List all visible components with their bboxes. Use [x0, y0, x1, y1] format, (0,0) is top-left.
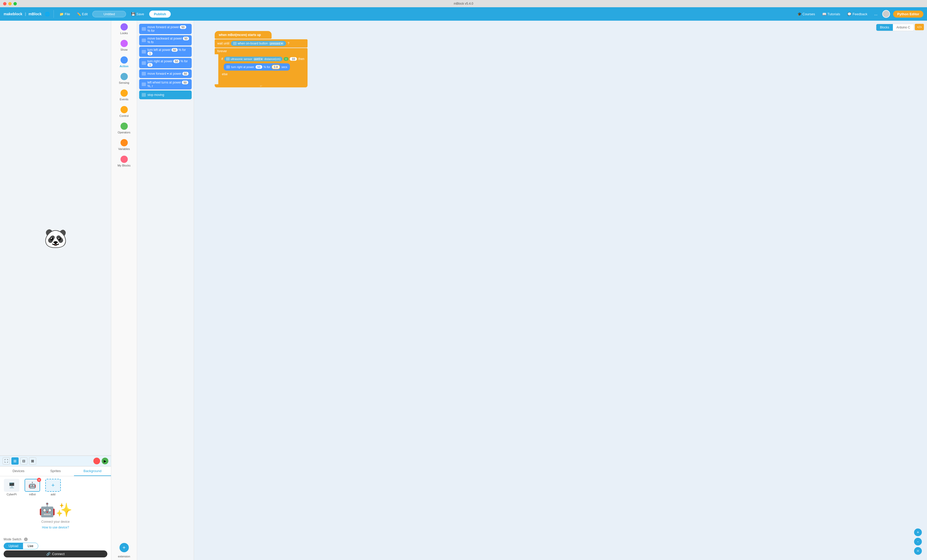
save-button[interactable]: 💾 Save — [129, 11, 147, 17]
category-events[interactable]: Events — [111, 87, 137, 103]
publish-button[interactable]: Publish — [149, 11, 171, 18]
link-icon: 🔗 — [46, 552, 50, 556]
python-editor-button[interactable]: Python Editor — [893, 11, 923, 18]
save-icon: 💾 — [131, 12, 135, 16]
block-move-backward[interactable]: move backward at power 50 % fo — [139, 35, 191, 46]
upload-mode-button[interactable]: Upload — [4, 543, 23, 549]
block-turn-right[interactable]: turn right at power 50 % for 1 — [139, 58, 191, 68]
project-title-input[interactable] — [92, 11, 126, 17]
stop-button[interactable] — [93, 458, 100, 464]
show-dot — [120, 40, 128, 47]
percent-label: % for — [264, 65, 270, 68]
minimize-button[interactable] — [8, 2, 12, 5]
stage-area: 🐼 — [0, 21, 111, 455]
variables-label: Variables — [118, 147, 130, 150]
forever-block-label: forever — [215, 48, 307, 54]
hat-label: when mBot(mcore) starts up — [219, 33, 261, 37]
zoom-out-button[interactable]: - — [914, 538, 922, 546]
when-onboard-label: when on-board button — [238, 42, 268, 45]
file-menu-button[interactable]: 📁 File — [58, 11, 72, 17]
tab-blocks[interactable]: Blocks — [876, 24, 893, 31]
logo-text: makeblock — [4, 12, 22, 16]
grid-view-4-button[interactable]: ⊠ — [29, 457, 36, 464]
category-sensing[interactable]: Sensing — [111, 70, 137, 87]
edit-menu-button[interactable]: ✏️ Edit — [75, 11, 90, 17]
sprite-item-cyberpi: 🖥️ CyberPi — [3, 479, 21, 496]
tab-devices[interactable]: Devices — [0, 466, 37, 476]
myblocks-dot — [120, 156, 128, 163]
go-button[interactable]: ▶ — [102, 458, 108, 464]
action-dot — [120, 56, 128, 64]
wait-until-block[interactable]: wait until when on-board button pressed … — [215, 39, 307, 47]
window-controls[interactable] — [3, 2, 17, 5]
cyberpi-label: CyberPi — [6, 493, 17, 496]
events-label: Events — [120, 98, 129, 101]
hat-block[interactable]: when mBot(mcore) starts up — [215, 31, 272, 39]
time-value: 0.8 — [272, 65, 280, 69]
expand-code-button[interactable]: </> — [915, 24, 924, 30]
more-button[interactable]: ... — [872, 11, 879, 17]
if-block[interactable]: if ultrasonic sensor port3 ▾ distance(cm… — [219, 55, 307, 62]
maximize-button[interactable] — [14, 2, 17, 5]
connect-button[interactable]: 🔗 Connect — [4, 551, 107, 557]
block-move-forward[interactable]: move forward at power 50 % for — [139, 24, 191, 34]
category-operators[interactable]: Operators — [111, 120, 137, 137]
add-sprite-button[interactable]: + — [45, 479, 61, 492]
tutorials-icon: 📖 — [822, 12, 827, 16]
tab-arduino-c[interactable]: Arduino C — [893, 24, 914, 31]
grid-view-3-button[interactable]: ⊟ — [20, 457, 27, 464]
action-label: Action — [120, 65, 128, 68]
category-looks[interactable]: Looks — [111, 21, 137, 37]
pressed-label: pressed ▾ — [269, 42, 284, 45]
toolbar-right: 🎓 Courses 📖 Tutorials 💬 Feedback ... Pyt… — [795, 10, 923, 18]
control-label: Control — [120, 114, 129, 117]
tutorials-button[interactable]: 📖 Tutorials — [820, 11, 842, 17]
sprites-panel: 🖥️ CyberPi ✕ 🤖 mBot + add — [0, 476, 111, 498]
turn-right-block[interactable]: turn right at power 50 % for 0.8 secs — [224, 63, 290, 71]
block-left-wheel[interactable]: left wheel turns at power 50 %, r — [139, 79, 191, 90]
mbot-thumb[interactable]: ✕ 🤖 — [24, 479, 40, 492]
category-variables[interactable]: Variables — [111, 137, 137, 153]
tab-background[interactable]: Background — [74, 466, 111, 476]
then-label: then — [298, 57, 304, 61]
how-to-link[interactable]: How to use device? — [42, 526, 69, 529]
sprite-item-add: + add — [44, 479, 62, 496]
block-icon-3 — [142, 50, 146, 53]
grid-view-2-button[interactable]: ⊞ — [11, 457, 19, 464]
user-avatar[interactable] — [882, 10, 890, 18]
looks-label: Looks — [120, 32, 128, 35]
sprite-item-mbot: ✕ 🤖 mBot — [23, 479, 41, 496]
block-turn-left[interactable]: turn left at power 50 % for 1 — [139, 47, 191, 57]
mode-switch-btns: Upload Live — [4, 543, 38, 549]
fullscreen-button[interactable]: ⛶ — [3, 457, 10, 464]
category-myblocks[interactable]: My Blocks — [111, 153, 137, 170]
turn-right-label: turn right at power — [231, 65, 254, 68]
extension-button[interactable]: + — [120, 543, 129, 552]
live-mode-button[interactable]: Live — [23, 543, 38, 549]
close-button[interactable] — [3, 2, 6, 5]
category-control[interactable]: Control — [111, 103, 137, 120]
block-stop-moving[interactable]: stop moving — [139, 91, 191, 99]
edit-icon: ✏️ — [77, 12, 81, 16]
category-action[interactable]: Action — [111, 54, 137, 70]
feedback-button[interactable]: 💬 Feedback — [845, 11, 869, 17]
then-body: turn right at power 50 % for 0.8 secs — [223, 62, 307, 71]
block-move-forward-power[interactable]: move forward ▾ at power 50 — [139, 69, 191, 78]
block-icon-5 — [142, 72, 146, 76]
delete-mbot-button[interactable]: ✕ — [37, 478, 41, 482]
ultrasonic-label: ultrasonic sensor — [231, 58, 252, 61]
tab-sprites[interactable]: Sprites — [37, 466, 74, 476]
courses-icon: 🎓 — [798, 12, 802, 16]
zoom-reset-button[interactable]: = — [914, 547, 922, 555]
stage-controls: ⛶ ⊞ ⊟ ⊠ ▶ — [0, 455, 111, 466]
secs-label: secs — [281, 65, 287, 68]
cyberpi-thumb[interactable]: 🖥️ — [4, 479, 20, 492]
sensor-icon-2 — [226, 58, 229, 61]
onboard-button-pill: when on-board button pressed ▾ — [231, 41, 286, 46]
mode-switch-area: Mode Switch i Upload Live 🔗 Connect — [0, 533, 111, 560]
zoom-in-button[interactable]: + — [914, 528, 922, 536]
sensing-dot — [120, 73, 128, 80]
category-show[interactable]: Show — [111, 37, 137, 54]
courses-button[interactable]: 🎓 Courses — [795, 11, 817, 17]
action-icon — [226, 65, 230, 68]
